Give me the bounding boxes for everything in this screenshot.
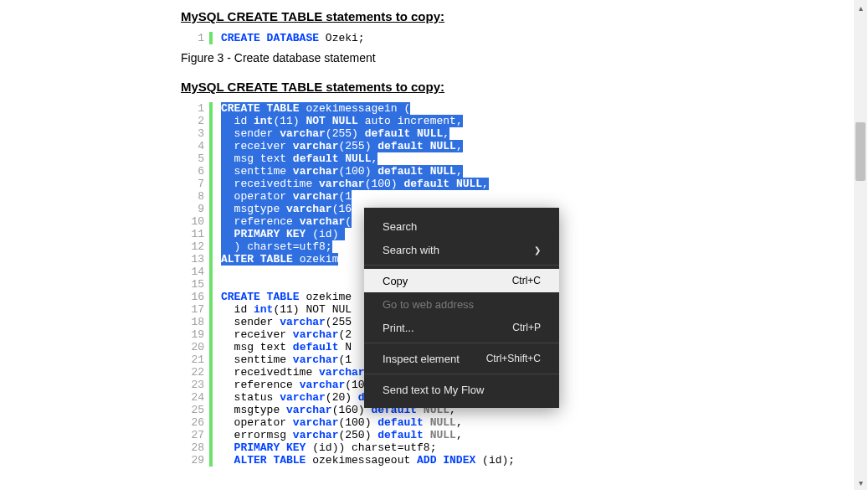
line-number: 4 [181,140,204,152]
context-menu-item[interactable]: Search with❯ [364,238,559,261]
line-number: 23 [181,379,204,391]
line-number: 28 [181,441,204,454]
vertical-scrollbar[interactable]: ▴ ▾ [854,0,867,490]
line-number: 29 [181,454,204,467]
chevron-right-icon: ❯ [534,245,541,255]
code-line[interactable]: senttime varchar(100) default NULL, [221,165,515,178]
context-menu-label: Copy [383,275,408,287]
context-menu-separator [364,343,559,343]
context-menu-shortcut: Ctrl+Shift+C [486,353,541,364]
context-menu-shortcut: Ctrl+P [512,322,541,333]
code-line[interactable]: receiver varchar(255) default NULL, [221,140,515,152]
code-line[interactable]: CREATE DATABASE Ozeki; [221,32,365,44]
line-number: 16 [181,291,204,303]
line-number: 5 [181,152,204,165]
line-number: 2 [181,115,204,127]
context-menu-label: Send text to My Flow [383,384,484,396]
line-number: 24 [181,391,204,404]
code-line[interactable]: CREATE TABLE ozekimessagein ( [221,102,515,115]
line-number: 21 [181,353,204,366]
context-menu-label: Search with [383,244,439,256]
context-menu-item[interactable]: CopyCtrl+C [364,269,559,292]
context-menu-shortcut: Ctrl+C [512,275,541,286]
line-number: 8 [181,190,204,203]
line-number: 19 [181,328,204,341]
line-gutter: 1 [181,32,209,44]
context-menu-item[interactable]: Send text to My Flow [364,378,559,401]
code-line[interactable]: operator varchar(1 [221,190,515,203]
scrollbar-thumb[interactable] [855,122,865,181]
context-menu-label: Print... [383,322,414,334]
code-line[interactable]: sender varchar(255) default NULL, [221,127,515,140]
code-body[interactable]: CREATE DATABASE Ozeki; [213,32,365,44]
line-number: 1 [181,102,204,115]
code-line[interactable]: errormsg varchar(250) default NULL, [221,429,515,441]
line-number: 18 [181,316,204,328]
line-number: 7 [181,178,204,190]
code-line[interactable]: PRIMARY KEY (id)) charset=utf8; [221,441,515,454]
line-number: 10 [181,215,204,228]
line-number: 14 [181,266,204,278]
context-menu-item[interactable]: Inspect elementCtrl+Shift+C [364,347,559,370]
section-heading-1: MySQL CREATE TABLE statements to copy: [181,9,842,23]
code-line[interactable]: operator varchar(100) default NULL, [221,416,515,429]
context-menu-item: Go to web address [364,292,559,316]
line-number: 26 [181,416,204,429]
code-line[interactable]: ALTER TABLE ozekimessageout ADD INDEX (i… [221,454,515,467]
line-number: 17 [181,303,204,316]
line-number: 25 [181,404,204,416]
context-menu-label: Search [383,220,417,233]
line-number: 9 [181,203,204,215]
line-number: 11 [181,228,204,240]
line-number: 3 [181,127,204,140]
line-number: 15 [181,278,204,291]
scroll-up-button[interactable]: ▴ [854,0,867,15]
line-number: 6 [181,165,204,178]
context-menu-item[interactable]: Search [364,214,559,238]
context-menu-separator [364,374,559,374]
line-number: 13 [181,253,204,266]
context-menu: SearchSearch with❯CopyCtrl+CGo to web ad… [364,208,559,408]
code-line[interactable]: msg text default NULL, [221,152,515,165]
line-number: 1 [181,32,204,44]
code-line[interactable]: receivedtime varchar(100) default NULL, [221,178,515,190]
section-heading-2: MySQL CREATE TABLE statements to copy: [181,80,842,94]
context-menu-separator [364,265,559,266]
line-number: 12 [181,240,204,253]
code-block-1[interactable]: 1CREATE DATABASE Ozeki; [181,32,842,44]
scroll-down-button[interactable]: ▾ [854,475,867,490]
line-number: 20 [181,341,204,353]
code-line[interactable]: id int(11) NOT NULL auto increment, [221,115,515,127]
line-gutter: 1234567891011121314151617181920212223242… [181,102,209,467]
context-menu-label: Go to web address [383,298,474,311]
context-menu-label: Inspect element [383,353,460,365]
page: MySQL CREATE TABLE statements to copy: 1… [0,0,868,490]
context-menu-item[interactable]: Print...Ctrl+P [364,316,559,339]
line-number: 27 [181,429,204,441]
line-number: 22 [181,366,204,379]
figure-caption: Figure 3 - Create database statement [181,51,842,64]
